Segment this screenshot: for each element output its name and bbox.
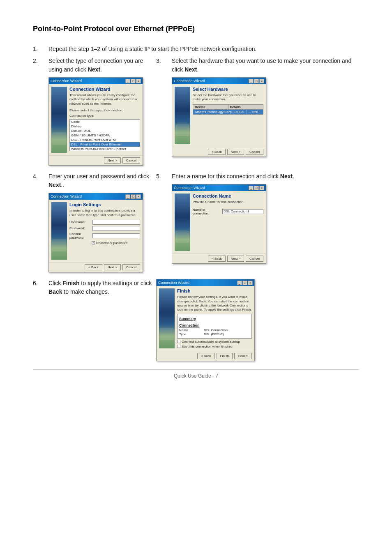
step-4-number: 4.: [33, 172, 43, 189]
wizard-4-next-btn[interactable]: Next >: [227, 256, 244, 262]
hw-row-1[interactable]: Atheros Technology Corp.: L2 100 ... eth…: [193, 110, 263, 114]
step-2-text: Select the type of connection you are us…: [48, 57, 156, 74]
wizard-4-main: Connection Name Provide a name for this …: [193, 194, 263, 251]
w2-close-btn[interactable]: ×: [259, 79, 264, 83]
username-input[interactable]: [92, 220, 140, 225]
wizard-5-title: Connection Wizard: [158, 281, 189, 285]
wizard-5-cancel-btn[interactable]: Cancel: [234, 353, 252, 359]
wizard-5-sidebar: [159, 288, 175, 348]
w2-minimize-btn[interactable]: _: [249, 79, 254, 83]
wizard-3-title: Connection Wizard: [51, 194, 82, 198]
w5-maximize-btn[interactable]: □: [242, 281, 247, 285]
wizard-4-titlebar: Connection Wizard _ □ ×: [172, 184, 266, 191]
w4-maximize-btn[interactable]: □: [254, 186, 259, 190]
step-6-text: Click Finish to apply the settings or cl…: [48, 279, 156, 296]
wizard-2-cancel-btn[interactable]: Cancel: [246, 149, 263, 155]
step-6-number: 6.: [33, 279, 43, 296]
wizard-3-back-btn[interactable]: < Back: [85, 264, 102, 270]
hw-details-cell: ... eth0: [247, 110, 263, 114]
wizard-1-heading: Connection Wizard: [69, 87, 140, 92]
wizard-2-back-btn[interactable]: < Back: [208, 149, 226, 155]
finish-name-key: Name: [179, 328, 204, 332]
finish-check1-box[interactable]: [177, 340, 180, 343]
wizard-3-next-btn[interactable]: Next >: [104, 264, 121, 270]
wizard-1-sidebar: [51, 87, 67, 153]
wizard-2-titlebar: Connection Wizard _ □ ×: [172, 78, 266, 84]
finish-check1-label: Connect automatically at system startup: [182, 340, 240, 343]
wizard-5-titlebar: Connection Wizard _ □ ×: [157, 279, 254, 286]
wizard-2-sidebar: [175, 87, 190, 144]
wizard-2-title: Connection Wizard: [174, 79, 205, 83]
wizard-1-title: Connection Wizard: [51, 79, 82, 83]
list-item-dsl-eth[interactable]: DSL - Point-to-Point Over Ethernet: [70, 142, 140, 147]
wizard-5-back-btn[interactable]: < Back: [197, 353, 215, 359]
w3-maximize-btn[interactable]: □: [131, 194, 136, 199]
finish-type-val: DSL (PPPoE): [204, 332, 250, 336]
step-3-number: 3.: [156, 57, 166, 74]
list-item-gsm[interactable]: GSM / 3G UMTS / HSDPA: [70, 133, 140, 138]
minimize-btn[interactable]: _: [125, 79, 130, 83]
password-row: Password:: [69, 226, 140, 231]
wizard-5-footer: < Back Finish Cancel: [157, 351, 254, 361]
w2-maximize-btn[interactable]: □: [254, 79, 259, 83]
confirm-label: Confirm password:: [69, 232, 91, 240]
list-item-cable[interactable]: Cable: [70, 120, 140, 124]
remember-checkbox[interactable]: ✓: [92, 241, 95, 244]
remember-label: Remember password: [96, 241, 127, 245]
wizard-3-titlebar: Connection Wizard _ □ ×: [49, 193, 143, 200]
wizard-2-content: Select Hardware Select the hardware that…: [172, 84, 266, 147]
list-item-wireless-ptp[interactable]: Wireless Point-to-Point Over Ethernet: [70, 147, 140, 151]
wizard-3-main: Login Settings In order to log in to thi…: [69, 202, 140, 260]
step-1-text: Repeat the step 1–2 of Using a static IP…: [48, 45, 359, 53]
conn-name-input[interactable]: DSL Connection1: [222, 209, 263, 214]
finish-name-val: DSL Connection: [204, 328, 250, 332]
w5-close-btn[interactable]: ×: [248, 281, 253, 285]
w3-close-btn[interactable]: ×: [136, 194, 141, 199]
wizard-3-content: Login Settings In order to log in to thi…: [49, 200, 143, 262]
col-right-5: 5. Enter a name for this connection and …: [156, 172, 359, 272]
wizard-5: Connection Wizard _ □ × Finish Please re…: [156, 279, 255, 361]
w3-minimize-btn[interactable]: _: [125, 194, 130, 199]
wizard-1-sublabel: Connection type:: [69, 114, 140, 118]
wizard-1-content: Connection Wizard This wizard allows you…: [49, 84, 143, 155]
maximize-btn[interactable]: □: [131, 79, 136, 83]
hw-col-device: Device: [193, 105, 228, 109]
wizard-1-listbox[interactable]: Cable Dial-up Dial-up - AOL GSM / 3G UMT…: [69, 119, 140, 151]
conn-name-label: Name of connection:: [193, 208, 221, 215]
confirm-input[interactable]: [92, 233, 140, 238]
row-2-3: 2. Select the type of connection you are…: [33, 57, 359, 166]
wizard-4-cancel-btn[interactable]: Cancel: [246, 256, 263, 262]
wizard-1-next-btn[interactable]: Next >: [104, 157, 121, 164]
finish-name-row: Name DSL Connection: [178, 328, 251, 332]
list-item-dialup[interactable]: Dial-up: [70, 124, 140, 129]
wizard-5-buttons: _ □ ×: [237, 281, 253, 285]
step-4-text: Enter your user and password and click N…: [48, 172, 156, 189]
list-item-dsl-atm[interactable]: DSL - Point-to-Point Over ATM: [70, 138, 140, 142]
wizard-1-cancel-btn[interactable]: Cancel: [122, 157, 140, 164]
step-3-text: Select the hardware that you want to use…: [172, 57, 359, 74]
wizard-2-desc: Select the hardware that you want to use…: [193, 93, 263, 102]
step-5: 5. Enter a name for this connection and …: [156, 172, 359, 181]
list-item-dialup-aol[interactable]: Dial-up - AOL: [70, 129, 140, 133]
wizard-5-content: Finish Please review your settings. If y…: [157, 286, 254, 351]
wizard-2-next-btn[interactable]: Next >: [227, 149, 244, 155]
wizard-5-finish-btn[interactable]: Finish: [217, 353, 233, 359]
wizard-3-cancel-btn[interactable]: Cancel: [122, 264, 140, 270]
w4-close-btn[interactable]: ×: [259, 186, 264, 190]
hw-table: Device Details Atheros Technology Corp.:…: [193, 104, 263, 115]
wizard-3-desc: In order to log in to this connection, p…: [69, 209, 140, 217]
username-label: Username:: [69, 220, 91, 224]
step-2-number: 2.: [33, 57, 43, 74]
step-2: 2. Select the type of connection you are…: [33, 57, 156, 74]
w4-minimize-btn[interactable]: _: [249, 186, 254, 190]
w5-minimize-btn[interactable]: _: [237, 281, 242, 285]
wizard-4-content: Connection Name Provide a name for this …: [172, 191, 266, 253]
step-4: 4. Enter your user and password and clic…: [33, 172, 156, 189]
wizard-5-desc: Please review your settings. If you want…: [177, 295, 252, 312]
close-btn[interactable]: ×: [136, 79, 141, 83]
wizard-4-back-btn[interactable]: < Back: [208, 256, 226, 262]
step-1-number: 1.: [33, 45, 43, 53]
finish-check2-box[interactable]: [177, 345, 180, 348]
password-input[interactable]: [92, 226, 140, 231]
wizard-1-label: Please select the type of connection:: [69, 108, 140, 112]
